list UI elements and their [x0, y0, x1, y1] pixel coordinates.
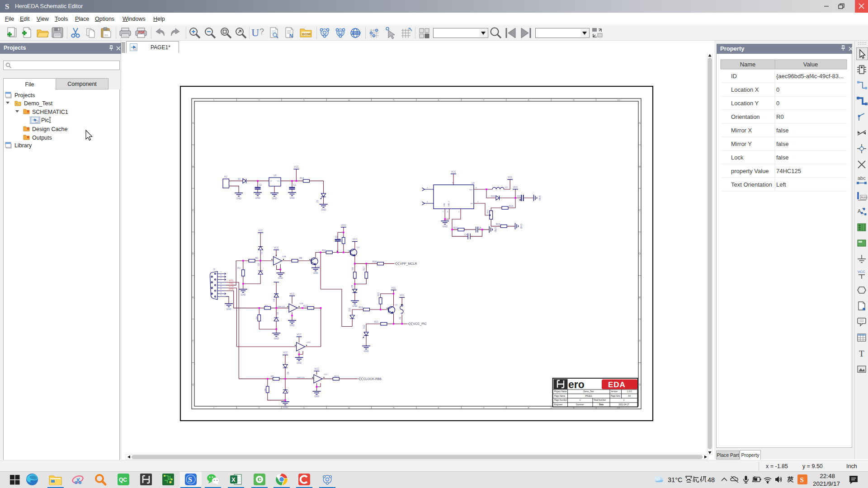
- svg-text:U2C: U2C: [324, 373, 328, 375]
- svg-text:VCC_PIC: VCC_PIC: [413, 322, 427, 326]
- svg-text:9: 9: [221, 291, 222, 293]
- svg-text:Q1: Q1: [317, 265, 320, 267]
- svg-text:8: 8: [476, 187, 477, 189]
- svg-text:R12: R12: [303, 305, 307, 307]
- svg-text:R18: R18: [373, 260, 377, 263]
- svg-text:CLOCK-RB6: CLOCK-RB6: [363, 377, 382, 380]
- svg-text:1.0.0: 1.0.0: [627, 390, 632, 393]
- svg-text:74HC125: 74HC125: [297, 376, 305, 379]
- svg-text:D2: D2: [260, 251, 263, 254]
- svg-text:R20: R20: [377, 292, 380, 296]
- svg-text:2021-04-17: 2021-04-17: [618, 404, 629, 406]
- svg-text:R3: R3: [265, 305, 268, 307]
- svg-text:Library: Library: [14, 142, 32, 149]
- svg-text:EDA: EDA: [608, 380, 626, 389]
- svg-text:Summer: Summer: [576, 404, 584, 406]
- svg-text:T: T: [859, 349, 864, 358]
- svg-text:Version: Version: [611, 390, 618, 393]
- svg-text:TXD: TXD: [229, 282, 234, 285]
- svg-text:1: 1: [221, 271, 222, 273]
- svg-text:4: 4: [427, 201, 428, 203]
- svg-text:R11: R11: [322, 249, 326, 252]
- svg-text:PAGE1: PAGE1: [585, 395, 592, 397]
- svg-text:D12: D12: [363, 325, 365, 329]
- svg-text:2021/9/17: 2021/9/17: [813, 480, 840, 487]
- svg-text:R10: R10: [453, 226, 458, 229]
- svg-text:SCHEMATIC1: SCHEMATIC1: [32, 109, 68, 115]
- svg-text:ero: ero: [568, 379, 585, 390]
- svg-text:RTS: RTS: [229, 279, 234, 282]
- svg-text:Prj: Prj: [16, 103, 19, 105]
- svg-text:E: E: [192, 296, 194, 299]
- svg-text:D: D: [192, 252, 194, 255]
- svg-text:6: 6: [447, 211, 448, 213]
- svg-text:P1: P1: [399, 317, 401, 319]
- svg-text:R6: R6: [264, 388, 267, 391]
- svg-text:10: 10: [617, 99, 620, 102]
- svg-text:?: ?: [259, 27, 264, 36]
- svg-text:Total Number: Total Number: [594, 399, 606, 401]
- svg-text:S: S: [800, 476, 804, 483]
- svg-text:Page Number: Page Number: [554, 399, 567, 401]
- svg-text:31°C: 31°C: [668, 476, 682, 483]
- svg-text:7: 7: [443, 211, 444, 213]
- svg-text:D10: D10: [491, 195, 495, 197]
- svg-text:6: 6: [221, 274, 222, 276]
- svg-text:C: C: [639, 209, 641, 211]
- svg-text:X: X: [231, 476, 236, 483]
- svg-text:GND_S: GND_S: [448, 201, 450, 207]
- svg-text:4: 4: [221, 288, 222, 290]
- svg-text:Name: Name: [740, 61, 756, 68]
- svg-text:R15: R15: [496, 223, 500, 225]
- svg-text:DTR: DTR: [229, 288, 234, 291]
- svg-text:1: 1: [458, 211, 460, 213]
- svg-text:A: A: [639, 122, 641, 124]
- svg-text:48: 48: [708, 476, 715, 483]
- svg-text:CTS: CTS: [229, 285, 234, 287]
- svg-text:3: 3: [221, 282, 222, 285]
- svg-text:D: D: [639, 252, 641, 255]
- svg-text:N: N: [289, 33, 293, 38]
- svg-text:D6: D6: [287, 371, 289, 375]
- svg-text:Date: Date: [599, 404, 604, 406]
- svg-text:R19: R19: [359, 306, 363, 309]
- svg-text:U4: U4: [472, 182, 475, 184]
- svg-text:Demo_Test: Demo_Test: [24, 100, 53, 107]
- svg-text:S: S: [188, 476, 192, 483]
- svg-text:R2: R2: [255, 257, 259, 259]
- svg-text:Q3: Q3: [395, 304, 397, 306]
- svg-text:R8: R8: [299, 257, 302, 259]
- svg-text:C5: C5: [478, 226, 481, 229]
- svg-text:WWW: WWW: [352, 32, 361, 35]
- svg-text:A: A: [192, 122, 194, 124]
- svg-text:D5: D5: [276, 312, 279, 315]
- svg-text:Vout: Vout: [469, 189, 473, 191]
- svg-text:R5: R5: [271, 375, 274, 378]
- svg-text:Q2: Q2: [357, 246, 359, 249]
- svg-text:R16: R16: [509, 205, 513, 207]
- svg-text:VPP_MCLR: VPP_MCLR: [400, 262, 417, 266]
- svg-text:BOM: BOM: [302, 32, 311, 36]
- svg-text:C3: C3: [517, 195, 520, 197]
- svg-text:U3: U3: [274, 174, 277, 177]
- svg-text:D5: D5: [316, 200, 319, 203]
- svg-text:C: C: [192, 209, 194, 211]
- svg-text:VO: VO: [277, 180, 280, 182]
- svg-text:A4: A4: [628, 395, 631, 397]
- svg-text:Design Cache: Design Cache: [32, 126, 68, 132]
- svg-text:Demo_Test: Demo_Test: [583, 390, 594, 393]
- svg-text:G: G: [192, 383, 194, 386]
- svg-text:PDF: PDF: [138, 31, 145, 34]
- svg-text:VCC: VCC: [858, 270, 865, 274]
- svg-text:abc: abc: [858, 175, 866, 181]
- svg-text:R9: R9: [351, 267, 354, 270]
- svg-text:C8: C8: [335, 235, 338, 238]
- svg-text:E: E: [639, 296, 641, 299]
- svg-text:3: 3: [427, 187, 428, 189]
- svg-text:U: U: [251, 27, 259, 38]
- svg-text:1: 1: [580, 399, 581, 401]
- svg-text:VI: VI: [270, 180, 272, 182]
- svg-text:R1: R1: [237, 267, 241, 269]
- svg-text:D7: D7: [286, 389, 289, 393]
- svg-text:U2B: U2B: [299, 302, 303, 305]
